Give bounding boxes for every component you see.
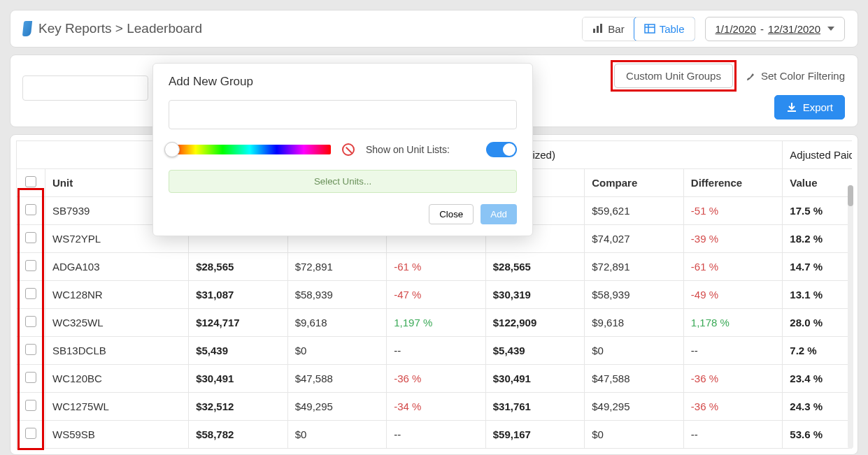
- cell-d1: -34 %: [387, 393, 486, 421]
- search-input[interactable]: [22, 75, 148, 101]
- cell-paid: 7.2 %: [783, 337, 852, 365]
- view-bar-button[interactable]: Bar: [583, 17, 634, 41]
- cell-paid: 23.4 %: [783, 365, 852, 393]
- custom-unit-groups-label: Custom Unit Groups: [626, 70, 721, 82]
- row-checkbox[interactable]: [25, 232, 36, 243]
- cell-d1: -61 %: [387, 253, 486, 281]
- cell-d1: 1,197 %: [387, 309, 486, 337]
- close-button[interactable]: Close: [429, 204, 474, 224]
- row-checkbox-cell[interactable]: [17, 281, 45, 309]
- cell-compare: $49,295: [585, 393, 684, 421]
- date-range-button[interactable]: 1/1/2020 - 12/31/2020: [705, 17, 845, 41]
- select-units-label: Select Units...: [314, 176, 371, 187]
- header-checkbox[interactable]: [17, 169, 45, 197]
- header-difference[interactable]: Difference: [683, 169, 783, 197]
- date-end: 12/31/2020: [768, 23, 820, 35]
- cell-compare: $72,891: [585, 253, 684, 281]
- custom-unit-groups-button[interactable]: Custom Unit Groups: [614, 64, 733, 88]
- cell-c1: $72,891: [287, 253, 387, 281]
- table-row: SB13DCLB$5,439$0--$5,439$0--7.2 %: [17, 337, 853, 365]
- date-sep: -: [760, 23, 764, 35]
- row-checkbox[interactable]: [25, 204, 36, 215]
- show-on-lists-toggle[interactable]: [486, 142, 517, 157]
- toolbar-actions: Custom Unit Groups Set Color Filtering: [613, 62, 845, 89]
- cell-v2: $28,565: [485, 253, 585, 281]
- cell-v2: $30,319: [485, 281, 585, 309]
- view-toggle: Bar Table: [582, 17, 695, 41]
- cell-v2: $5,439: [485, 337, 585, 365]
- cell-difference: --: [683, 421, 783, 449]
- group-name-input[interactable]: [169, 100, 517, 129]
- no-color-icon[interactable]: [342, 143, 355, 156]
- row-checkbox[interactable]: [25, 344, 36, 355]
- breadcrumb: Key Reports > Leaderboard: [23, 21, 202, 36]
- cell-difference: -49 %: [683, 281, 783, 309]
- cell-v2: $59,167: [485, 421, 585, 449]
- breadcrumb-section[interactable]: Key Reports: [38, 21, 112, 36]
- table-row: WC1275WL$32,512$49,295-34 %$31,761$49,29…: [17, 393, 853, 421]
- vertical-scrollbar[interactable]: [848, 185, 853, 449]
- cell-compare: $58,939: [585, 281, 684, 309]
- cell-v1: $31,087: [189, 281, 288, 309]
- header-bar: Key Reports > Leaderboard Bar Table 1/1/…: [10, 10, 858, 48]
- row-checkbox[interactable]: [25, 400, 36, 411]
- cell-difference: -61 %: [683, 253, 783, 281]
- row-checkbox[interactable]: [25, 288, 36, 299]
- header-value[interactable]: Value: [783, 169, 852, 197]
- select-all-checkbox[interactable]: [25, 176, 36, 187]
- row-checkbox[interactable]: [25, 316, 36, 327]
- add-button[interactable]: Add: [481, 204, 517, 224]
- scrollbar-thumb[interactable]: [848, 185, 853, 206]
- svg-rect-2: [600, 24, 602, 33]
- cell-difference: --: [683, 337, 783, 365]
- row-checkbox-cell[interactable]: [17, 393, 45, 421]
- table-row: WS59SB$58,782$0--$59,167$0--53.6 %: [17, 421, 853, 449]
- cell-c1: $49,295: [287, 393, 387, 421]
- cell-c1: $58,939: [287, 281, 387, 309]
- cell-v1: $5,439: [189, 337, 288, 365]
- svg-rect-0: [593, 29, 595, 33]
- cell-compare: $47,588: [585, 365, 684, 393]
- cell-unit: WC128NR: [45, 281, 189, 309]
- header-compare[interactable]: Compare: [585, 169, 684, 197]
- row-checkbox[interactable]: [25, 372, 36, 383]
- color-slider-thumb[interactable]: [164, 142, 180, 157]
- cell-unit: SB13DCLB: [45, 337, 189, 365]
- row-checkbox-cell[interactable]: [17, 337, 45, 365]
- row-checkbox-cell[interactable]: [17, 253, 45, 281]
- bar-chart-icon: [592, 23, 604, 34]
- set-color-filtering-link[interactable]: Set Color Filtering: [746, 70, 845, 82]
- row-checkbox-cell[interactable]: [17, 225, 45, 253]
- table-row: ADGA103$28,565$72,891-61 %$28,565$72,891…: [17, 253, 853, 281]
- cell-d1: -36 %: [387, 365, 486, 393]
- view-table-button[interactable]: Table: [634, 17, 695, 41]
- cell-paid: 24.3 %: [783, 393, 852, 421]
- modal-options-row: Show on Unit Lists:: [169, 142, 517, 157]
- export-button[interactable]: Export: [774, 95, 845, 120]
- table-icon: [644, 23, 655, 34]
- row-checkbox-cell[interactable]: [17, 421, 45, 449]
- cell-v1: $30,491: [189, 365, 288, 393]
- row-checkbox-cell[interactable]: [17, 309, 45, 337]
- table-row: WC325WL$124,717$9,6181,197 %$122,909$9,6…: [17, 309, 853, 337]
- modal-footer: Close Add: [169, 204, 517, 224]
- cell-d1: --: [387, 337, 486, 365]
- add-new-group-modal: Add New Group Show on Unit Lists: Select…: [152, 63, 533, 236]
- row-checkbox-cell[interactable]: [17, 197, 45, 225]
- row-checkbox[interactable]: [25, 260, 36, 271]
- row-checkbox-cell[interactable]: [17, 365, 45, 393]
- color-slider[interactable]: [169, 145, 331, 154]
- view-bar-label: Bar: [608, 23, 624, 35]
- cell-unit: WC325WL: [45, 309, 189, 337]
- cell-compare: $9,618: [585, 309, 684, 337]
- cell-v1: $58,782: [189, 421, 288, 449]
- toolbar-right: Custom Unit Groups Set Color Filtering E…: [613, 62, 845, 120]
- select-units-button[interactable]: Select Units...: [169, 170, 517, 193]
- breadcrumb-page[interactable]: Leaderboard: [127, 21, 202, 36]
- cell-paid: 14.7 %: [783, 253, 852, 281]
- cell-compare: $0: [585, 337, 684, 365]
- cell-d1: --: [387, 421, 486, 449]
- row-checkbox[interactable]: [25, 428, 36, 439]
- cell-c1: $0: [287, 421, 387, 449]
- cell-v2: $122,909: [485, 309, 585, 337]
